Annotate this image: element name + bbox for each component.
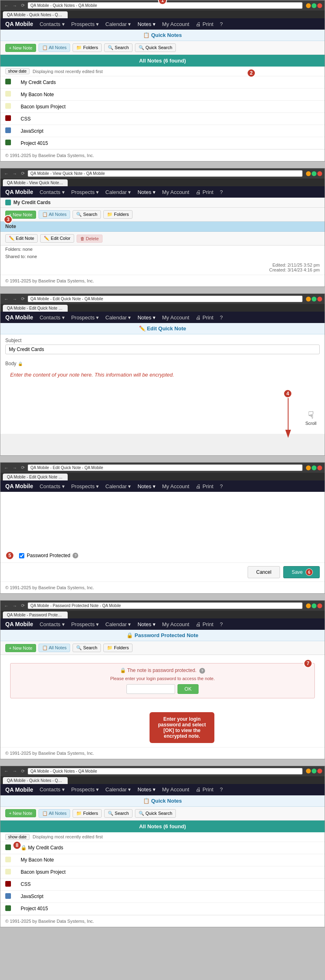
table-row[interactable]: My Bacon Note [0,854,325,866]
nav-print-5[interactable]: 🖨 Print [196,621,213,627]
nav-myaccount-5[interactable]: My Account [162,621,189,627]
table-row[interactable]: Bacon Ipsum Project [0,866,325,878]
maximize-button-5[interactable] [312,603,316,608]
nav-myaccount-4[interactable]: My Account [162,483,189,489]
show-date-btn-1[interactable]: show date [5,68,30,74]
note-title[interactable]: CSS [16,878,325,890]
nav-prospects-5[interactable]: Prospects ▾ [71,621,99,627]
back-button-3[interactable]: ← [3,296,10,302]
all-notes-btn-5[interactable]: 📋 All Notes [38,644,70,652]
note-title[interactable]: JavaScript [16,125,325,137]
note-title[interactable]: My Bacon Note [16,88,325,101]
new-note-btn-5[interactable]: + New Note [5,644,36,652]
nav-prospects-6[interactable]: Prospects ▾ [71,786,99,793]
active-tab-3[interactable]: QA Mobile - Edit Quick Note - QA Mobile [3,305,68,312]
nav-print-4[interactable]: 🖨 Print [196,483,213,489]
nav-notes-3[interactable]: Notes ▾ [137,314,156,321]
maximize-button-2[interactable] [312,171,316,176]
nav-notes-4[interactable]: Notes ▾ [137,483,156,489]
nav-contacts-6[interactable]: Contacts ▾ [40,786,65,793]
minimize-button-2[interactable] [306,171,311,176]
save-btn-4[interactable]: Save 6 [283,566,320,578]
edit-color-btn-2[interactable]: ✏️ Edit Color [40,234,74,243]
help-icon-4[interactable]: ? [73,553,78,558]
refresh-button-6[interactable]: ⟳ [20,768,26,774]
all-notes-btn-1[interactable]: 📋 All Notes [38,43,70,52]
nav-help-5[interactable]: ? [220,621,223,627]
note-title[interactable]: My Bacon Note [16,854,325,866]
minimize-button-5[interactable] [306,603,311,608]
password-protected-checkbox-4[interactable] [19,553,24,558]
ok-btn-5[interactable]: OK [177,684,198,694]
delete-btn-2[interactable]: 🗑 Delete [77,235,103,243]
close-button-2[interactable] [317,171,322,176]
nav-print-2[interactable]: 🖨 Print [196,189,213,195]
close-button[interactable] [317,3,322,8]
forward-button-5[interactable]: → [11,603,18,609]
nav-help-1[interactable]: ? [220,21,223,27]
back-button-6[interactable]: ← [3,768,10,774]
folders-btn-1[interactable]: 📁 Folders [73,43,102,52]
table-row[interactable]: CSS [0,878,325,890]
note-title[interactable]: Bacon Ipsum Project [16,866,325,878]
folders-btn-5[interactable]: 📁 Folders [103,644,133,652]
maximize-button-3[interactable] [312,297,316,302]
nav-help-6[interactable]: ? [220,786,223,793]
minimize-button-4[interactable] [306,465,311,470]
active-tab-5[interactable]: QA Mobile - Password Protected Note - QA… [3,612,68,618]
back-button-2[interactable]: ← [3,171,10,177]
back-button-4[interactable]: ← [3,465,10,471]
help-icon-5[interactable]: ? [199,668,205,674]
nav-help-4[interactable]: ? [220,483,223,489]
active-tab-1[interactable]: QA Mobile - Quick Notes - QA Mobile [3,11,68,18]
nav-notes-2[interactable]: Notes ▾ [137,189,156,195]
note-title[interactable]: My Credit Cards [16,76,325,88]
address-bar-3[interactable]: QA Mobile - Edit Quick Note - QA Mobile [28,295,303,302]
nav-notes-1[interactable]: Notes ▾ [137,21,156,27]
nav-contacts-3[interactable]: Contacts ▾ [40,314,65,321]
new-note-btn-1[interactable]: + New Note [5,44,36,52]
password-field-5[interactable] [126,684,175,694]
nav-myaccount-1[interactable]: My Account [162,21,189,27]
folders-btn-6[interactable]: 📁 Folders [73,809,102,818]
minimize-button-3[interactable] [306,297,311,302]
search-btn-6[interactable]: 🔍 Search [104,809,133,818]
maximize-button-4[interactable] [312,465,316,470]
address-bar-5[interactable]: QA Mobile - Password Protected Note - QA… [28,602,303,609]
maximize-button[interactable] [312,3,316,8]
nav-notes-6[interactable]: Notes ▾ [137,786,156,793]
nav-print-6[interactable]: 🖨 Print [196,786,213,793]
all-notes-btn-6[interactable]: 📋 All Notes [38,809,70,818]
refresh-button-5[interactable]: ⟳ [20,603,26,609]
nav-calendar-1[interactable]: Calendar ▾ [105,21,131,27]
table-row[interactable]: Project 4015 [0,137,325,149]
active-tab-6[interactable]: QA Mobile - Quick Notes - QA Mobile [3,777,68,784]
nav-notes-5[interactable]: Notes ▾ [137,621,156,627]
table-row[interactable]: My Credit Cards [0,76,325,88]
nav-calendar-4[interactable]: Calendar ▾ [105,483,131,489]
forward-button-2[interactable]: → [11,171,18,177]
nav-help-2[interactable]: ? [220,189,223,195]
note-title[interactable]: Project 4015 [16,902,325,915]
quick-search-btn-1[interactable]: 🔍 Quick Search [135,43,176,52]
nav-prospects-4[interactable]: Prospects ▾ [71,483,99,489]
address-bar-6[interactable]: QA Mobile - Quick Notes - QA Mobile [28,768,303,775]
nav-prospects-3[interactable]: Prospects ▾ [71,314,99,321]
nav-calendar-5[interactable]: Calendar ▾ [105,621,131,627]
nav-contacts-2[interactable]: Contacts ▾ [40,189,65,195]
refresh-button[interactable]: ⟳ [20,2,26,9]
nav-myaccount-2[interactable]: My Account [162,189,189,195]
folders-btn-2[interactable]: 📁 Folders [103,210,133,219]
nav-calendar-2[interactable]: Calendar ▾ [105,189,131,195]
search-btn-1[interactable]: 🔍 Search [104,43,133,52]
search-btn-2[interactable]: 🔍 Search [73,210,101,219]
quick-search-btn-6[interactable]: 🔍 Quick Search [135,809,176,818]
nav-myaccount-6[interactable]: My Account [162,786,189,793]
new-note-btn-6[interactable]: + New Note [5,809,36,817]
close-button-4[interactable] [317,465,322,470]
table-row[interactable]: JavaScript [0,125,325,137]
table-row[interactable]: Project 4015 [0,902,325,915]
edit-note-btn-2[interactable]: ✏️ Edit Note [5,234,38,243]
close-button-6[interactable] [317,769,322,773]
back-button-5[interactable]: ← [3,603,10,609]
